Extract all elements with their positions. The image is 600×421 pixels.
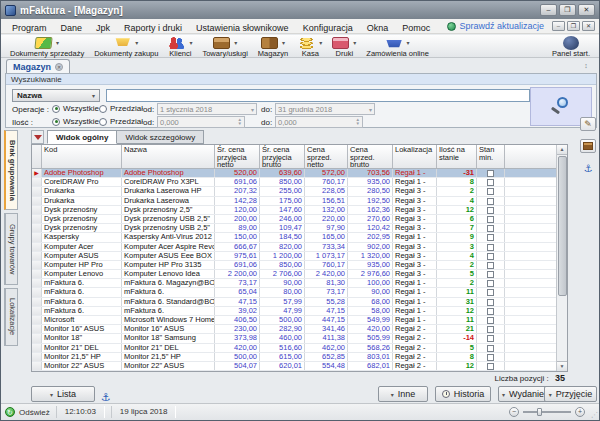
collapse-panel-icon[interactable]: ↕: [579, 60, 593, 71]
toolbar-clients[interactable]: ▾Klienci: [163, 36, 197, 58]
column-header[interactable]: Ilość na stanie: [437, 145, 477, 168]
table-row[interactable]: Komputer AcerKomputer Acer Aspire Revo66…: [32, 243, 558, 252]
menu-item-dane[interactable]: Dane: [54, 23, 90, 33]
stan-min-checkbox[interactable]: [487, 289, 494, 296]
operations-all-radio[interactable]: Wszystkie: [52, 104, 99, 113]
tab-close-icon[interactable]: ✕: [55, 63, 63, 71]
toolbar-cash[interactable]: ▾Kasa: [293, 36, 327, 58]
stan-min-checkbox[interactable]: [487, 188, 494, 195]
table-row[interactable]: Monitor 22" ASUSMonitor 22" ASUS504,0762…: [32, 362, 558, 371]
menu-item-jpk[interactable]: Jpk: [89, 23, 117, 33]
package-button[interactable]: [580, 139, 596, 153]
stan-min-checkbox[interactable]: [487, 354, 494, 361]
table-row[interactable]: mFaktura 6.mFaktura 6.39,0247,9947,1558,…: [32, 307, 558, 316]
menu-item-raporty-i-druki[interactable]: Raporty i druki: [117, 23, 189, 33]
stan-min-checkbox[interactable]: [487, 207, 494, 214]
stan-min-checkbox[interactable]: [487, 363, 494, 370]
table-row[interactable]: Monitor 21,5" HPMonitor 21,5" HP500,0061…: [32, 353, 558, 362]
stan-min-checkbox[interactable]: [487, 280, 494, 287]
column-header[interactable]: Kod: [42, 145, 122, 168]
menu-item-okna[interactable]: Okna: [360, 23, 396, 33]
stan-min-checkbox[interactable]: [487, 335, 494, 342]
toolbar-purchase-documents[interactable]: ▾Dokumenty zakupu: [89, 36, 163, 58]
toolbar-online-orders[interactable]: ▾Zamówienia online: [361, 36, 434, 58]
toolbar-sales-documents[interactable]: ▾Dokumenty sprzedaży: [5, 36, 89, 58]
stan-min-checkbox[interactable]: [487, 299, 494, 306]
toolbar-panel-start[interactable]: Panel start.: [547, 36, 595, 58]
search-field-selector[interactable]: Nazwa ▾: [12, 89, 100, 102]
stan-min-checkbox[interactable]: [487, 244, 494, 251]
sidetab-grupy-towarów[interactable]: Grupy towarów: [4, 213, 18, 285]
wydanie-button[interactable]: ▾ Wydanie: [498, 386, 548, 402]
date-to-field[interactable]: 31 grudnia 2018▾: [275, 103, 375, 115]
table-row[interactable]: mFaktura 6.mFaktura 6.65,0480,0073,1790,…: [32, 288, 558, 297]
table-row[interactable]: CorelDRAW ProCorelDRAW Pro X3PL691,06850…: [32, 178, 558, 187]
maximize-button[interactable]: ❐: [559, 4, 576, 16]
mdi-restore-button[interactable]: ❐: [567, 21, 580, 31]
quantity-all-radio[interactable]: Wszystkie: [52, 117, 99, 126]
tab-magazyn[interactable]: Magazyn ✕: [6, 59, 70, 73]
mdi-minimize-button[interactable]: –: [552, 21, 565, 31]
stan-min-checkbox[interactable]: [487, 198, 494, 205]
mdi-close-button[interactable]: ✕: [582, 21, 595, 31]
stan-min-checkbox[interactable]: [487, 308, 494, 315]
stan-min-checkbox[interactable]: [487, 179, 494, 186]
toolbar-warehouse[interactable]: ▾Magazyn: [253, 36, 293, 58]
viewtab-ogolny[interactable]: Widok ogólny: [47, 130, 117, 144]
table-row[interactable]: Monitor 18"Monitor 18" Samsung373,98460,…: [32, 334, 558, 343]
stan-min-checkbox[interactable]: [487, 345, 494, 352]
column-header[interactable]: Lokalizacja: [393, 145, 437, 168]
column-header[interactable]: Śr. cena przyjęcia netto: [215, 145, 260, 168]
table-row[interactable]: Monitor 16" ASUSMonitor 16" ASUS230,0028…: [32, 325, 558, 334]
table-row[interactable]: Komputer ASUSKomputer ASUS Eee BOX975,61…: [32, 252, 558, 261]
historia-button[interactable]: Historia: [435, 386, 491, 402]
zoom-in-icon[interactable]: +: [575, 407, 585, 417]
qty-from-spinner[interactable]: 0,000▲▼: [157, 116, 245, 128]
scroll-down-icon[interactable]: ▼: [557, 361, 567, 371]
przyjecie-button[interactable]: ▾ Przyjęcie: [544, 386, 597, 402]
menu-item-program[interactable]: Program: [5, 23, 54, 33]
menu-item-konfiguracja[interactable]: Konfiguracja: [296, 23, 360, 33]
table-row[interactable]: Komputer LenovoKomputer Lenovo Idea2 200…: [32, 270, 558, 279]
table-row[interactable]: ▶Adobe PhotoshopAdobe Photoshop520,00639…: [32, 169, 558, 178]
toolbar-prints[interactable]: ▾Druki: [327, 36, 361, 58]
table-row[interactable]: KasperskyKaspersky Anti-Virus 2012 1150,…: [32, 233, 558, 242]
resize-grip[interactable]: ⋰: [591, 411, 598, 419]
zoom-slider-thumb[interactable]: [537, 408, 542, 416]
table-row[interactable]: mFaktura 6.mFaktura 6. Magazyn@BOX73,179…: [32, 279, 558, 288]
sidetab-brak-grupowania[interactable]: Brak grupowania: [4, 130, 18, 210]
table-row[interactable]: Monitor 21" DELMonitor 21" DEL420,00516,…: [32, 344, 558, 353]
scroll-up-icon[interactable]: ▲: [557, 145, 567, 155]
stan-min-checkbox[interactable]: [487, 317, 494, 324]
stan-min-checkbox[interactable]: [487, 326, 494, 333]
zoom-slider[interactable]: − +: [509, 407, 585, 417]
refresh-icon[interactable]: ↻: [5, 407, 15, 417]
table-row[interactable]: mFaktura 6.mFaktura 6. Standard@BOX47,15…: [32, 298, 558, 307]
stan-min-checkbox[interactable]: [487, 216, 494, 223]
vertical-scrollbar[interactable]: ▲ ▼: [556, 145, 567, 371]
search-input[interactable]: [106, 89, 530, 102]
table-row[interactable]: Dysk przenośnyDysk przenośny USB 2,5"200…: [32, 215, 558, 224]
sidetab-lokalizacje[interactable]: Lokalizacje: [4, 288, 18, 346]
lista-button[interactable]: ▾ Lista: [31, 386, 95, 402]
table-row[interactable]: DrukarkaDrukarka Laserowa HP207,32255,00…: [32, 187, 558, 196]
menu-item-pomoc[interactable]: Pomoc: [395, 23, 437, 33]
inne-button[interactable]: ▾ Inne: [378, 386, 428, 402]
table-row[interactable]: Dysk przenośnyDysk przenośny 2,5"120,001…: [32, 206, 558, 215]
qty-to-spinner[interactable]: 0,000▲▼: [275, 116, 363, 128]
stan-min-checkbox[interactable]: [487, 225, 494, 232]
stan-min-checkbox[interactable]: [487, 271, 494, 278]
zoom-out-icon[interactable]: −: [509, 407, 519, 417]
toolbar-goods[interactable]: ▾Towary/usługi: [197, 36, 252, 58]
anchor-button[interactable]: ⚓: [580, 161, 596, 175]
table-row[interactable]: DrukarkaDrukarka Laserowa142,28175,00156…: [32, 197, 558, 206]
column-header[interactable]: Cena sprzed. netto: [305, 145, 348, 168]
stan-min-checkbox[interactable]: [487, 262, 494, 269]
menu-item-ustawienia-s-ownikowe[interactable]: Ustawienia słownikowe: [189, 23, 296, 33]
table-row[interactable]: Dysk przenośnyDysk przenośny USB 2,5"89,…: [32, 224, 558, 233]
column-header[interactable]: Stan min.: [477, 145, 505, 168]
edit-item-button[interactable]: ✎: [580, 117, 596, 131]
close-button[interactable]: ✕: [578, 4, 595, 16]
refresh-label[interactable]: Odśwież: [19, 408, 50, 417]
quantity-range-radio[interactable]: Przedział: [99, 117, 143, 126]
